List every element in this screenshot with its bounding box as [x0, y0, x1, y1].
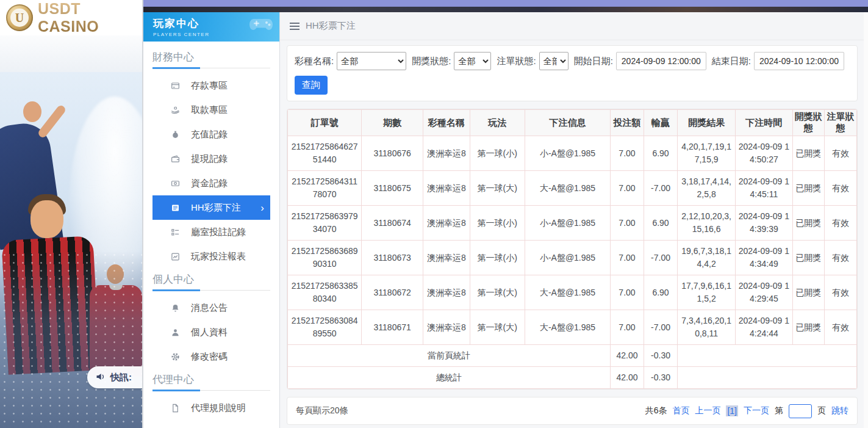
table-row: 215217258646275144031180676澳洲幸运8第一球(小)小-…	[288, 136, 857, 171]
news-ticker[interactable]: 快訊:	[87, 366, 142, 388]
scrollbar[interactable]	[864, 12, 868, 428]
table-cell: 小-A盤@1.985	[525, 206, 611, 241]
sidebar-item-label: 修改密碼	[191, 351, 264, 363]
sidebar-item-moneybag[interactable]: 充值記錄	[152, 122, 270, 147]
table-cell: 3,18,17,4,14,2,5,8	[678, 171, 736, 206]
main-area: HH彩票下注 彩種名稱: 全部 開獎狀態: 全部 注單狀態:	[280, 12, 868, 428]
table-cell: 已開獎	[792, 136, 825, 171]
pagination-bar: 每頁顯示20條 共6条 首页 上一页 [1] 下一页 第 页 跳转	[287, 397, 858, 425]
table-header-cell: 注單狀態	[825, 110, 857, 136]
hamburger-icon[interactable]	[290, 23, 299, 30]
sidebar-item-gear[interactable]: 修改密碼	[152, 344, 270, 369]
table-cell: 2024-09-09 14:24:44	[736, 310, 792, 345]
table-cell: -7.00	[644, 241, 678, 275]
sidebar-menu: 財務中心存款專區取款專區充值記錄提現記錄資金記錄HH彩票下注›廳室投註記錄玩家投…	[143, 42, 279, 420]
sidebar-item-withdraw-hand[interactable]: 取款專區	[152, 98, 270, 122]
table-cell: 2024-09-09 14:39:39	[736, 206, 792, 241]
table-cell: 大-A盤@1.985	[525, 310, 611, 345]
sidebar-section-title: 代理中心	[152, 372, 270, 386]
start-date-label: 開始日期:	[574, 56, 613, 67]
sidebar-item-label: 取款專區	[191, 104, 264, 116]
table-cell: 2152172586462751440	[288, 136, 362, 171]
prev-page-link[interactable]: 上一页	[695, 405, 720, 416]
table-cell: 澳洲幸运8	[423, 241, 470, 275]
jump-suffix-label: 页	[817, 405, 826, 416]
table-header-cell: 期數	[362, 110, 423, 136]
table-row: 215217258639793407031180674澳洲幸运8第一球(小)小-…	[288, 206, 857, 241]
site-background: U USDT CASINO 快訊:	[0, 0, 142, 428]
sidebar: 玩家中心 PLAYERS CENTER 財務中心存款專區取款專區充值記錄提現記錄…	[143, 12, 280, 428]
end-date-label: 結束日期:	[712, 56, 751, 67]
sidebar-header: 玩家中心 PLAYERS CENTER	[143, 12, 279, 42]
table-cell: 澳洲幸运8	[423, 136, 470, 171]
jump-page-input[interactable]	[789, 404, 812, 418]
sidebar-item-document[interactable]: 代理規則說明	[152, 396, 270, 420]
table-header-cell: 彩種名稱	[423, 110, 470, 136]
lottery-name-label: 彩種名稱:	[295, 56, 334, 67]
table-cell: 小-A盤@1.985	[525, 241, 611, 275]
table-header-cell: 開獎狀態	[792, 110, 825, 136]
table-header-cell: 開獎結果	[678, 110, 736, 136]
ticket-book-icon	[171, 203, 180, 212]
table-cell: 有效	[825, 310, 857, 345]
table-cell: 已開獎	[792, 241, 825, 275]
end-date-input[interactable]	[754, 52, 844, 70]
summary-empty	[678, 367, 857, 389]
sidebar-item-wallet[interactable]: 提現記錄	[152, 147, 270, 171]
table-cell: 有效	[825, 136, 857, 171]
sidebar-item-list-record[interactable]: 廳室投註記錄	[152, 220, 270, 244]
draw-status-select[interactable]: 全部	[454, 52, 491, 70]
table-cell: 6.90	[644, 206, 678, 241]
filter-panel: 彩種名稱: 全部 開獎狀態: 全部 注單狀態: 全部 開始日期:	[287, 45, 858, 101]
table-cell: 已開獎	[792, 275, 825, 310]
table-cell: 2024-09-09 14:34:49	[736, 241, 792, 275]
sidebar-section-title: 財務中心	[152, 50, 270, 64]
table-header-cell: 玩法	[470, 110, 525, 136]
sidebar-item-label: 存款專區	[191, 80, 264, 92]
table-cell: 2152172586368990310	[288, 241, 362, 275]
deposit-card-icon	[171, 81, 180, 90]
table-header-cell: 下注信息	[525, 110, 611, 136]
sidebar-item-banknote[interactable]: 資金記錄	[152, 171, 270, 195]
sidebar-item-user[interactable]: 個人資料	[152, 320, 270, 344]
sidebar-item-deposit-card[interactable]: 存款專區	[152, 73, 270, 98]
bets-table: 訂單號期數彩種名稱玩法下注信息投注額輸贏開獎結果下注時間開獎狀態注單狀態 215…	[287, 109, 857, 389]
news-ticker-label: 快訊:	[110, 372, 132, 383]
summary-row: 當前頁統計42.00-0.30	[288, 345, 857, 367]
sidebar-item-bell[interactable]: 消息公告	[152, 296, 270, 320]
table-header-cell: 輸贏	[644, 110, 678, 136]
table-cell: 2024-09-09 14:45:11	[736, 171, 792, 206]
header-light-strip	[0, 35, 142, 72]
sidebar-item-ticket-book[interactable]: HH彩票下注›	[152, 195, 270, 220]
jump-action-link[interactable]: 跳转	[831, 405, 848, 416]
jump-prefix-label: 第	[775, 405, 783, 416]
start-date-input[interactable]	[616, 52, 706, 70]
table-cell: 澳洲幸运8	[423, 206, 470, 241]
table-cell: 2,12,10,20,3,15,16,6	[678, 206, 736, 241]
table-cell: 第一球(小)	[470, 206, 525, 241]
table-cell: 2024-09-09 14:29:45	[736, 275, 792, 310]
table-cell: -7.00	[644, 310, 678, 345]
table-cell: 31180676	[362, 136, 423, 171]
sidebar-item-label: HH彩票下注	[191, 202, 260, 214]
gamepad-icon	[249, 16, 273, 35]
brand-name: USDT CASINO	[38, 0, 142, 35]
table-cell: 第一球(小)	[470, 241, 525, 275]
section-divider	[152, 290, 270, 291]
chevron-right-icon: ›	[260, 203, 264, 213]
table-row: 215217258630848955031180671澳洲幸运8第一球(大)大-…	[288, 310, 857, 345]
next-page-link[interactable]: 下一页	[744, 405, 769, 416]
table-header-cell: 訂單號	[288, 110, 362, 136]
order-status-select[interactable]: 全部	[539, 52, 569, 70]
summary-row: 總統計42.00-0.30	[288, 367, 857, 389]
search-button[interactable]: 查詢	[295, 76, 328, 95]
summary-bet-total: 42.00	[610, 367, 644, 389]
sidebar-item-label: 消息公告	[191, 302, 264, 314]
table-cell: 有效	[825, 275, 857, 310]
first-page-link[interactable]: 首页	[672, 405, 689, 416]
page-title: HH彩票下注	[306, 20, 356, 32]
sidebar-item-report-chart[interactable]: 玩家投注報表	[152, 244, 270, 269]
lottery-name-select[interactable]: 全部	[337, 52, 406, 70]
banknote-icon	[171, 179, 180, 188]
table-row: 215217258633858034031180672澳洲幸运8第一球(大)大-…	[288, 275, 857, 310]
